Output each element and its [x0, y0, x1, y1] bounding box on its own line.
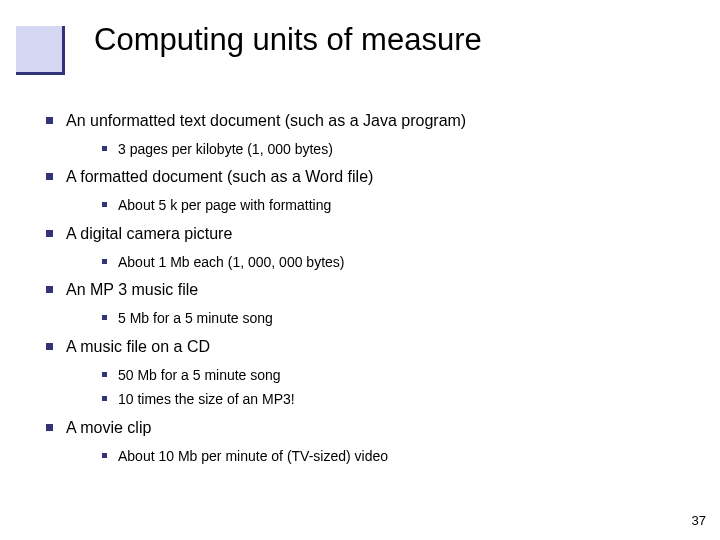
list-item: A movie clip About 10 Mb per minute of (… [40, 417, 680, 465]
list-item: An unformatted text document (such as a … [40, 110, 680, 158]
sub-list: About 1 Mb each (1, 000, 000 bytes) [66, 253, 680, 272]
sub-list: 3 pages per kilobyte (1, 000 bytes) [66, 140, 680, 159]
sub-list: About 5 k per page with formatting [66, 196, 680, 215]
list-item: A music file on a CD 50 Mb for a 5 minut… [40, 336, 680, 409]
sub-list-item: 3 pages per kilobyte (1, 000 bytes) [66, 140, 680, 159]
list-item: An MP 3 music file 5 Mb for a 5 minute s… [40, 279, 680, 327]
page-number: 37 [692, 513, 706, 528]
list-item-text: A digital camera picture [66, 225, 232, 242]
sub-list: 5 Mb for a 5 minute song [66, 309, 680, 328]
list-item-text: A formatted document (such as a Word fil… [66, 168, 373, 185]
list-item: A formatted document (such as a Word fil… [40, 166, 680, 214]
list-item-text: An unformatted text document (such as a … [66, 112, 466, 129]
content-area: An unformatted text document (such as a … [40, 110, 680, 474]
sub-list-item: 5 Mb for a 5 minute song [66, 309, 680, 328]
page-title: Computing units of measure [94, 22, 482, 58]
list-item: A digital camera picture About 1 Mb each… [40, 223, 680, 271]
sub-list-item: 50 Mb for a 5 minute song [66, 366, 680, 385]
sub-list-item: About 5 k per page with formatting [66, 196, 680, 215]
bullet-list: An unformatted text document (such as a … [40, 110, 680, 466]
sub-list-item: 10 times the size of an MP3! [66, 390, 680, 409]
list-item-text: A music file on a CD [66, 338, 210, 355]
list-item-text: A movie clip [66, 419, 151, 436]
sub-list-item: About 10 Mb per minute of (TV-sized) vid… [66, 447, 680, 466]
accent-box [16, 26, 65, 75]
sub-list: 50 Mb for a 5 minute song 10 times the s… [66, 366, 680, 410]
sub-list-item: About 1 Mb each (1, 000, 000 bytes) [66, 253, 680, 272]
list-item-text: An MP 3 music file [66, 281, 198, 298]
sub-list: About 10 Mb per minute of (TV-sized) vid… [66, 447, 680, 466]
